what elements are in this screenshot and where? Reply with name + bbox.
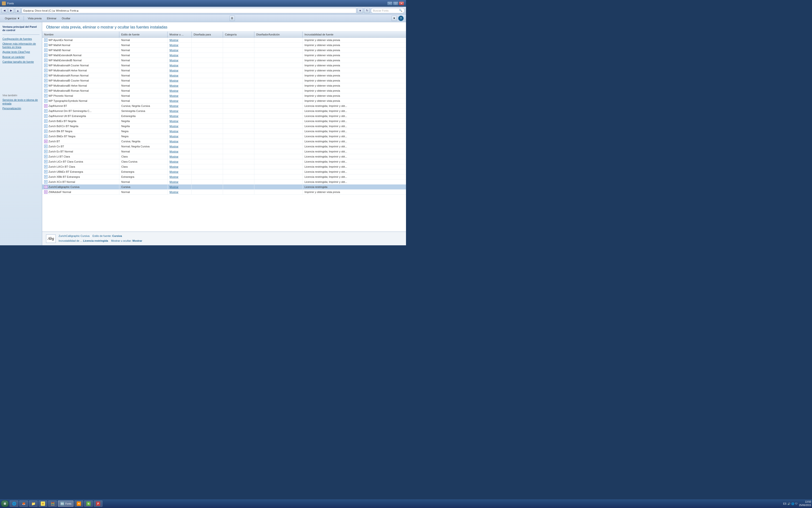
table-row[interactable]: T WP MultinationalA Helve Normal Normal … bbox=[42, 68, 406, 73]
forward-button[interactable]: ▶ bbox=[8, 8, 14, 13]
table-row[interactable]: T WP MathB Normal Normal Mostrar Imprimi… bbox=[42, 48, 406, 53]
up-button[interactable]: ▲ bbox=[15, 8, 21, 13]
font-show-link[interactable]: Mostrar bbox=[170, 39, 178, 41]
table-row[interactable]: T WP MultinationalA Roman Normal Normal … bbox=[42, 73, 406, 78]
font-show-link[interactable]: Mostrar bbox=[170, 185, 178, 188]
sidebar-link-character[interactable]: Buscar un carácter bbox=[2, 55, 40, 58]
font-show-link[interactable]: Mostrar bbox=[170, 125, 178, 128]
font-show-cell[interactable]: Mostrar bbox=[168, 164, 192, 169]
font-show-cell[interactable]: Mostrar bbox=[168, 53, 192, 58]
font-show-link[interactable]: Mostrar bbox=[170, 69, 178, 72]
sidebar-link-personalization[interactable]: Personalización bbox=[2, 107, 40, 110]
font-show-cell[interactable]: Mostrar bbox=[168, 134, 192, 139]
table-row[interactable]: T WP MultinationalA Courier Normal Norma… bbox=[42, 63, 406, 68]
col-header-show[interactable]: Mostrar u ... bbox=[168, 32, 192, 37]
font-show-link[interactable]: Mostrar bbox=[170, 135, 178, 138]
font-show-cell[interactable]: Mostrar bbox=[168, 189, 192, 195]
font-show-cell[interactable]: Mostrar bbox=[168, 58, 192, 63]
font-show-link[interactable]: Mostrar bbox=[170, 140, 178, 143]
font-show-cell[interactable]: Mostrar bbox=[168, 144, 192, 149]
font-show-cell[interactable]: Mostrar bbox=[168, 154, 192, 159]
font-show-link[interactable]: Mostrar bbox=[170, 74, 178, 77]
table-row[interactable]: T Zurich BdEx BT Negrita Negrita Mostrar… bbox=[42, 119, 406, 124]
sidebar-link-cleartype[interactable]: Ajustar texto ClearType bbox=[2, 50, 40, 53]
table-row[interactable]: T Zurich XCn BT Normal Normal Mostrar Li… bbox=[42, 179, 406, 184]
font-show-cell[interactable]: Mostrar bbox=[168, 149, 192, 154]
table-row[interactable]: T WP TypographicSymbols Normal Normal Mo… bbox=[42, 98, 406, 103]
table-row[interactable]: O Zurich BT Cursiva; Negrita Mostrar Lic… bbox=[42, 139, 406, 144]
col-header-name[interactable]: Nombre bbox=[42, 32, 119, 37]
font-show-cell[interactable]: Mostrar bbox=[168, 83, 192, 88]
font-show-link[interactable]: Mostrar bbox=[170, 64, 178, 67]
font-show-link[interactable]: Mostrar bbox=[170, 115, 178, 118]
font-show-cell[interactable]: Mostrar bbox=[168, 129, 192, 134]
col-header-embed[interactable]: Incrustabilidad de fuente bbox=[303, 32, 406, 37]
font-show-link[interactable]: Mostrar bbox=[170, 84, 178, 87]
table-row[interactable]: T Zurich Lt BT Clara Clara Mostrar Licen… bbox=[42, 154, 406, 159]
col-header-category[interactable]: Categoría bbox=[223, 32, 254, 37]
font-show-cell[interactable]: Mostrar bbox=[168, 88, 192, 93]
table-row[interactable]: T Zurich Ex BT Normal Normal Mostrar Lic… bbox=[42, 149, 406, 154]
font-show-link[interactable]: Mostrar bbox=[170, 49, 178, 52]
table-row[interactable]: T Zurich XBlk BT Extranegra Extranegra M… bbox=[42, 174, 406, 179]
font-show-cell[interactable]: Mostrar bbox=[168, 38, 192, 42]
font-show-cell[interactable]: Mostrar bbox=[168, 73, 192, 78]
font-show-link[interactable]: Mostrar bbox=[170, 165, 178, 168]
font-show-link[interactable]: Mostrar bbox=[170, 54, 178, 57]
delete-button[interactable]: Eliminar bbox=[44, 16, 59, 20]
minimize-button[interactable]: − bbox=[387, 1, 393, 5]
font-show-link[interactable]: Mostrar bbox=[170, 110, 178, 113]
font-show-cell[interactable]: Mostrar bbox=[168, 184, 192, 189]
search-box[interactable]: Buscar Fonts 🔍 bbox=[371, 8, 405, 13]
table-row[interactable]: T WP ApuntEx Normal Normal Mostrar Impri… bbox=[42, 38, 406, 43]
font-show-cell[interactable]: Mostrar bbox=[168, 174, 192, 179]
font-show-link[interactable]: Mostrar bbox=[170, 44, 178, 47]
font-show-cell[interactable]: Mostrar bbox=[168, 63, 192, 68]
organize-button[interactable]: Organizar ▼ bbox=[2, 16, 22, 20]
font-show-link[interactable]: Mostrar bbox=[170, 94, 178, 97]
font-show-link[interactable]: Mostrar bbox=[170, 175, 178, 178]
font-show-link[interactable]: Mostrar bbox=[170, 130, 178, 133]
table-row[interactable]: O ZapfHumnst BT Cursiva; Negrita Cursiva… bbox=[42, 103, 406, 109]
refresh-button[interactable]: ↻ bbox=[364, 8, 370, 13]
font-show-link[interactable]: Mostrar bbox=[170, 190, 178, 194]
font-show-cell[interactable]: Mostrar bbox=[168, 43, 192, 47]
view-dropdown-button[interactable]: ▼ bbox=[392, 16, 397, 21]
font-show-cell[interactable]: Mostrar bbox=[168, 169, 192, 174]
font-show-link[interactable]: Mostrar bbox=[170, 59, 178, 62]
table-row[interactable]: T WP MultinationalB Helve Normal Normal … bbox=[42, 83, 406, 88]
help-button[interactable]: ? bbox=[398, 16, 404, 21]
font-show-cell[interactable]: Mostrar bbox=[168, 114, 192, 119]
back-button[interactable]: ◀ bbox=[1, 8, 7, 13]
font-show-link[interactable]: Mostrar bbox=[170, 160, 178, 163]
table-row[interactable]: T WP MultinationalB Courier Normal Norma… bbox=[42, 78, 406, 83]
preview-button[interactable]: Vista previa bbox=[25, 16, 44, 20]
table-row[interactable]: T Zurich Blk BT Negra Negra Mostrar Lice… bbox=[42, 129, 406, 134]
font-show-link[interactable]: Mostrar bbox=[170, 180, 178, 183]
address-path[interactable]: Equipo ▶ Disco local (C:) ▶ Windows ▶ Fo… bbox=[22, 8, 356, 13]
sidebar-link-more-info[interactable]: Obtener más información de fuentes en lí… bbox=[2, 42, 40, 49]
sidebar-link-text-services[interactable]: Servicios de texto e idioma de entrada bbox=[2, 98, 40, 105]
table-row[interactable]: T Zurich UBlkEx BT Extranegra Extranegra… bbox=[42, 169, 406, 174]
close-button[interactable]: ✕ bbox=[399, 1, 404, 5]
table-row[interactable]: T WP MathExtendedA Normal Normal Mostrar… bbox=[42, 53, 406, 58]
view-toggle-button[interactable]: ☰ bbox=[229, 16, 235, 21]
font-show-link[interactable]: Mostrar bbox=[170, 99, 178, 102]
font-show-cell[interactable]: Mostrar bbox=[168, 159, 192, 164]
table-row[interactable]: T WP MultinationalB Roman Normal Normal … bbox=[42, 88, 406, 93]
table-row[interactable]: T Zurich BlkEx BT Negra Negra Mostrar Li… bbox=[42, 134, 406, 139]
font-show-cell[interactable]: Mostrar bbox=[168, 93, 192, 98]
col-header-designed[interactable]: Diseñada para bbox=[192, 32, 223, 37]
font-show-cell[interactable]: Mostrar bbox=[168, 48, 192, 53]
table-row[interactable]: T Zurich LtXCn BT Clara Clara Mostrar Li… bbox=[42, 164, 406, 169]
font-show-link[interactable]: Mostrar bbox=[170, 155, 178, 158]
table-row[interactable]: T Zurich LtCn BT Clara Cursiva Clara Cur… bbox=[42, 159, 406, 164]
table-row[interactable]: T WP MathExtendedB Normal Normal Mostrar… bbox=[42, 58, 406, 63]
font-show-link[interactable]: Mostrar bbox=[170, 145, 178, 148]
hide-button[interactable]: Ocultar bbox=[59, 16, 73, 20]
font-show-link[interactable]: Mostrar bbox=[170, 170, 178, 173]
table-row[interactable]: T ZapfHumnst Dm BT Seminegrita C... Semi… bbox=[42, 109, 406, 114]
maximize-button[interactable]: □ bbox=[393, 1, 398, 5]
table-row[interactable]: T ZapfHumnst Ult BT Extranegrita Extrane… bbox=[42, 114, 406, 119]
font-show-cell[interactable]: Mostrar bbox=[168, 109, 192, 113]
